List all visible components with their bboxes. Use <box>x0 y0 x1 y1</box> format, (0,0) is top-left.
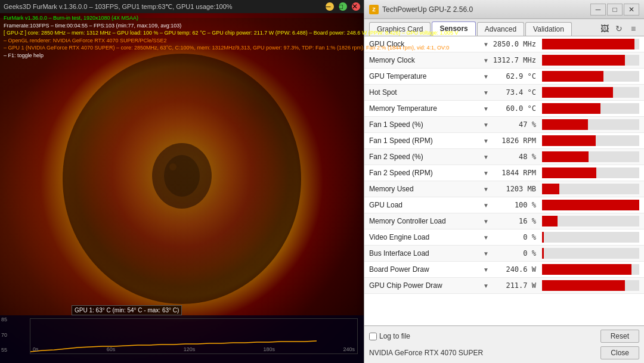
sensor-row: Board Power Draw▼240.6 W <box>364 262 644 278</box>
sensor-row: Fan 2 Speed (%)▼48 % <box>364 149 644 165</box>
gpu-temp-overlay: GPU 1: 63° C (min: 54° C - max: 63° C) <box>72 305 182 315</box>
sensor-bar <box>542 135 596 146</box>
sensor-value: 73.4 °C <box>492 88 540 97</box>
sensor-dropdown-arrow[interactable]: ▼ <box>480 202 492 209</box>
sensor-bar-container <box>542 103 639 114</box>
sensor-value: 2850.0 MHz <box>492 40 540 48</box>
sensor-bar <box>542 71 603 82</box>
sensor-bar <box>542 39 634 49</box>
furmark-line4: – OpenGL renderer: NVIDIA GeForce RTX 40… <box>4 37 459 45</box>
sensor-bar <box>542 280 625 291</box>
sensor-dropdown-arrow[interactable]: ▼ <box>480 154 492 160</box>
sensor-value: 0 % <box>492 249 540 257</box>
gpuz-toolbar: 🖼 ↻ ≡ <box>599 23 639 35</box>
sensor-value: 1312.7 MHz <box>492 56 540 64</box>
sensor-dropdown-arrow[interactable]: ▼ <box>480 41 492 48</box>
sensor-bar <box>542 200 639 210</box>
sensor-row: Fan 1 Speed (RPM)▼1826 RPM <box>364 133 644 149</box>
sensor-bar <box>542 216 558 227</box>
sensor-value: 100 % <box>492 201 540 209</box>
sensor-row: Memory Temperature▼60.0 °C <box>364 101 644 117</box>
sensor-dropdown-arrow[interactable]: ▼ <box>480 234 492 241</box>
sensor-bar-container <box>542 184 639 194</box>
menu-icon[interactable]: ≡ <box>627 23 639 35</box>
sensor-dropdown-arrow[interactable]: ▼ <box>480 250 492 257</box>
sensor-bar-container <box>542 87 639 98</box>
sensor-row: GPU Chip Power Draw▼211.7 W <box>364 278 644 294</box>
sensor-name-label: Fan 1 Speed (RPM) <box>367 136 480 145</box>
furmark-line1: FurMark v1.36.0.0 – Burn-in test, 1920x1… <box>4 14 459 22</box>
gpuz-log-row: Log to file Reset <box>369 330 639 343</box>
sensor-dropdown-arrow[interactable]: ▼ <box>480 266 492 273</box>
sensor-row: Fan 2 Speed (RPM)▼1844 RPM <box>364 165 644 181</box>
sensor-bar <box>542 119 588 130</box>
sensor-value: 1844 RPM <box>492 169 540 177</box>
sensor-dropdown-arrow[interactable]: ▼ <box>480 122 492 128</box>
sensor-value: 1826 RPM <box>492 136 540 145</box>
tab-advanced[interactable]: Advanced <box>477 22 524 36</box>
sensor-bar-container <box>542 200 639 210</box>
furmark-info-text: FurMark v1.36.0.0 – Burn-in test, 1920x1… <box>4 14 459 60</box>
sensor-value: 16 % <box>492 217 540 225</box>
furmark-close-button[interactable]: ✕ <box>352 2 360 11</box>
sensor-bar <box>542 232 544 243</box>
sensor-row: Memory Used▼1203 MB <box>364 181 644 197</box>
sensor-dropdown-arrow[interactable]: ▼ <box>480 106 492 112</box>
sensor-dropdown-arrow[interactable]: ▼ <box>480 283 492 289</box>
sensor-bar-container <box>542 280 639 291</box>
sensor-bar-container <box>542 135 639 146</box>
furmark-line6: – F1: toggle help <box>4 52 459 60</box>
sensor-dropdown-arrow[interactable]: ▼ <box>480 218 492 225</box>
sensor-bar <box>542 55 625 66</box>
sensor-bar-container <box>542 167 639 178</box>
log-to-file-label[interactable]: Log to file <box>369 332 410 340</box>
sensor-name-label: Memory Controller Load <box>367 217 480 225</box>
sensor-dropdown-arrow[interactable]: ▼ <box>480 186 492 193</box>
sensor-bar-container <box>542 216 639 227</box>
gpuz-sensors-list: GPU Clock▼2850.0 MHzMemory Clock▼1312.7 … <box>364 36 644 325</box>
sensor-dropdown-arrow[interactable]: ▼ <box>480 170 492 176</box>
log-to-file-checkbox[interactable] <box>369 333 377 340</box>
sensor-bar <box>542 264 631 275</box>
camera-icon[interactable]: 🖼 <box>599 23 611 35</box>
gpuz-minimize-button[interactable]: ─ <box>590 4 606 15</box>
tab-validation[interactable]: Validation <box>525 22 572 36</box>
close-button[interactable]: Close <box>600 346 639 359</box>
furmark-minimize-button[interactable]: ─ <box>326 2 334 11</box>
sensor-dropdown-arrow[interactable]: ▼ <box>480 73 492 80</box>
sensor-name-label: Bus Interface Load <box>367 249 480 257</box>
sensor-row: GPU Temperature▼62.9 °C <box>364 69 644 85</box>
gpuz-close-x-button[interactable]: ✕ <box>624 4 639 15</box>
furmark-titlebar: Geeks3D FurMark v.1.36.0.0 – 103FPS, GPU… <box>0 0 364 13</box>
gpuz-bottom-bar: Log to file Reset NVIDIA GeForce RTX 407… <box>364 325 644 363</box>
furmark-line5: – GPU 1 (NVIDIA GeForce RTX 4070 SUPER) … <box>4 44 459 52</box>
sensor-value: 60.0 °C <box>492 104 540 113</box>
furmark-maximize-button[interactable]: □ <box>339 2 347 11</box>
sensor-name-label: GPU Temperature <box>367 72 480 80</box>
sensor-bar-container <box>542 264 639 275</box>
sensor-name-label: Fan 2 Speed (%) <box>367 153 480 161</box>
sensor-row: Bus Interface Load▼0 % <box>364 246 644 262</box>
sensor-name-label: GPU Chip Power Draw <box>367 281 480 290</box>
sensor-name-label: Memory Temperature <box>367 104 480 113</box>
sensor-value: 0 % <box>492 233 540 241</box>
sensor-name-label: Memory Used <box>367 185 480 193</box>
sensor-bar-container <box>542 71 639 82</box>
sensor-value: 47 % <box>492 120 540 129</box>
sensor-dropdown-arrow[interactable]: ▼ <box>480 89 492 96</box>
sensor-value: 48 % <box>492 153 540 161</box>
sensor-bar <box>542 167 596 178</box>
refresh-icon[interactable]: ↻ <box>613 23 625 35</box>
gpu-name-label: NVIDIA GeForce RTX 4070 SUPER <box>369 349 600 357</box>
sensor-dropdown-arrow[interactable]: ▼ <box>480 138 492 144</box>
sensor-bar-container <box>542 119 639 130</box>
sensor-dropdown-arrow[interactable]: ▼ <box>480 57 492 64</box>
sensor-name-label: Fan 1 Speed (%) <box>367 120 480 129</box>
sensor-name-label: Board Power Draw <box>367 265 480 274</box>
sensor-name-label: GPU Load <box>367 201 480 209</box>
gpuz-maximize-button[interactable]: □ <box>607 4 623 15</box>
sensor-row: Hot Spot▼73.4 °C <box>364 85 644 101</box>
furmark-title: Geeks3D FurMark v.1.36.0.0 – 103FPS, GPU… <box>4 3 233 11</box>
reset-button[interactable]: Reset <box>600 330 639 343</box>
temp-chart: 0s 60s 120s 180s 240s 85 70 55 <box>0 315 364 363</box>
